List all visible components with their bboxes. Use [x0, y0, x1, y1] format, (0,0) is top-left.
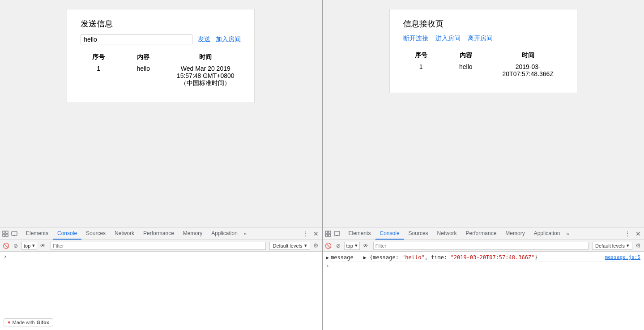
left-devtools-toolbar: 🚫 ⊘ top ▾ 👁 Default levels ▾ ⚙ — [0, 240, 322, 252]
right-cell-time: 2019-03-20T07:57:48.366Z — [493, 61, 563, 79]
right-tab-console[interactable]: Console — [375, 227, 404, 240]
left-levels-select[interactable]: Default levels ▾ — [269, 242, 310, 250]
right-levels-arrow: ▾ — [627, 243, 629, 249]
left-join-button[interactable]: 加入房间 — [216, 35, 241, 43]
right-log-content: {message: "hello", time: "2019-03-20T07:… — [370, 254, 538, 261]
right-inspect-icon[interactable] — [324, 230, 332, 237]
right-eye-icon[interactable]: 👁 — [362, 242, 370, 250]
right-table-row: 1 hello 2019-03-20T07:57:48.366Z — [403, 61, 563, 79]
right-context-select[interactable]: top ▾ — [344, 242, 360, 250]
left-devtools-panel: Elements Console Sources Network Perform… — [0, 227, 322, 330]
left-tab-console[interactable]: Console — [53, 227, 81, 240]
right-levels-label: Default levels — [595, 243, 625, 249]
right-log-caret[interactable]: ▶ — [326, 255, 329, 261]
right-devtools-toolbar: 🚫 ⊘ top ▾ 👁 Default levels ▾ ⚙ — [323, 240, 644, 252]
left-devtools-left-icons — [2, 230, 18, 237]
right-console-log-row: ▶ message ▶ {message: "hello", time: "20… — [326, 253, 641, 262]
right-devtools-actions: ⋮ ✕ — [623, 230, 642, 238]
left-eye-icon[interactable]: 👁 — [39, 242, 47, 250]
left-context-arrow: ▾ — [32, 243, 35, 249]
right-devtools-left-icons — [324, 230, 341, 237]
right-toolbar-clear-icon[interactable]: 🚫 — [324, 242, 333, 250]
left-cell-seq: 1 — [81, 63, 116, 89]
left-levels-arrow: ▾ — [304, 243, 307, 249]
right-col-seq-header: 序号 — [403, 50, 439, 61]
right-cell-seq: 1 — [403, 61, 439, 79]
left-page-title: 发送信息 — [81, 18, 241, 29]
right-devtools-close-icon[interactable]: ✕ — [634, 230, 642, 238]
right-log-prefix: message — [331, 254, 360, 261]
left-gear-icon[interactable]: ⚙ — [312, 242, 320, 250]
right-levels-select[interactable]: Default levels ▾ — [592, 242, 632, 250]
right-leave-button[interactable]: 离开房间 — [468, 34, 493, 43]
left-message-input[interactable] — [81, 34, 192, 44]
svg-rect-0 — [3, 231, 5, 233]
right-tab-memory[interactable]: Memory — [501, 227, 529, 240]
svg-rect-6 — [325, 231, 328, 233]
right-page-title: 信息接收页 — [403, 18, 563, 29]
right-cell-content: hello — [439, 61, 493, 79]
svg-rect-8 — [325, 234, 328, 236]
right-console-prompt[interactable]: › — [326, 262, 641, 270]
right-console-body: ▶ message ▶ {message: "hello", time: "20… — [323, 252, 644, 330]
right-data-table: 序号 内容 时间 1 hello 2019-03-20T07:57:48.366… — [403, 50, 563, 79]
left-devtools-menu-icon[interactable]: ⋮ — [301, 230, 309, 238]
left-tab-network[interactable]: Network — [110, 227, 139, 240]
left-toolbar-block-icon[interactable]: ⊘ — [12, 242, 20, 250]
svg-rect-7 — [328, 231, 331, 233]
svg-rect-4 — [12, 231, 17, 236]
left-input-row: 发送 加入房间 — [81, 34, 241, 44]
gifox-label: Made with — [13, 320, 35, 325]
right-log-file-link[interactable]: message.js:5 — [605, 254, 640, 260]
left-filter-input[interactable] — [51, 242, 266, 250]
left-context-select[interactable]: top ▾ — [21, 242, 37, 250]
left-tab-performance[interactable]: Performance — [139, 227, 179, 240]
gifox-brand: Gifox — [37, 320, 49, 325]
left-col-content-header: 内容 — [116, 51, 170, 63]
right-devtools-panel: Elements Console Sources Network Perform… — [323, 227, 644, 330]
right-col-time-header: 时间 — [493, 50, 563, 61]
right-device-icon[interactable] — [333, 230, 341, 237]
left-page-content: 发送信息 发送 加入房间 序号 内容 时间 1 — [0, 0, 322, 227]
right-tab-application[interactable]: Application — [529, 227, 565, 240]
right-disconnect-button[interactable]: 断开连接 — [403, 34, 428, 43]
left-levels-label: Default levels — [273, 243, 302, 249]
left-inspect-icon[interactable] — [2, 230, 9, 237]
left-toolbar-clear-icon[interactable]: 🚫 — [2, 242, 10, 250]
right-col-content-header: 内容 — [439, 50, 493, 61]
svg-rect-9 — [328, 234, 331, 236]
right-gear-icon[interactable]: ⚙ — [634, 242, 642, 250]
right-context-label: top — [346, 243, 353, 249]
right-devtools-menu-icon[interactable]: ⋮ — [623, 230, 631, 238]
left-device-icon[interactable] — [11, 230, 18, 237]
right-enter-button[interactable]: 进入房间 — [435, 34, 461, 43]
right-page-content: 信息接收页 断开连接 进入房间 离开房间 序号 内容 时间 — [323, 0, 644, 227]
right-tab-elements[interactable]: Elements — [344, 227, 375, 240]
right-tab-sources[interactable]: Sources — [404, 227, 433, 240]
left-context-label: top — [24, 243, 30, 249]
left-tab-elements[interactable]: Elements — [21, 227, 53, 240]
left-tab-memory[interactable]: Memory — [179, 227, 207, 240]
left-tab-more[interactable]: » — [244, 231, 247, 236]
left-devtools-close-icon[interactable]: ✕ — [312, 230, 320, 238]
right-toolbar-block-icon[interactable]: ⊘ — [334, 242, 342, 250]
left-devtools-tabs: Elements Console Sources Network Perform… — [0, 227, 322, 240]
left-app-box: 发送信息 发送 加入房间 序号 内容 时间 1 — [67, 9, 255, 103]
svg-rect-1 — [6, 231, 8, 233]
left-tab-application[interactable]: Application — [207, 227, 242, 240]
left-send-button[interactable]: 发送 — [198, 35, 210, 43]
right-log-text: message ▶ {message: "hello", time: "2019… — [331, 254, 603, 261]
left-devtools-actions: ⋮ ✕ — [301, 230, 320, 238]
right-tab-performance[interactable]: Performance — [461, 227, 501, 240]
right-btn-group: 断开连接 进入房间 离开房间 — [403, 34, 563, 43]
right-app-box: 信息接收页 断开连接 进入房间 离开房间 序号 内容 时间 — [389, 9, 577, 93]
right-tab-network[interactable]: Network — [433, 227, 461, 240]
left-col-seq-header: 序号 — [81, 51, 116, 63]
right-tab-more[interactable]: » — [566, 231, 569, 236]
left-tab-sources[interactable]: Sources — [81, 227, 110, 240]
left-console-caret[interactable]: › — [4, 253, 7, 260]
right-log-arrow[interactable]: ▶ — [363, 254, 366, 261]
left-table-row: 1 hello Wed Mar 20 2019 15:57:48 GMT+080… — [81, 63, 241, 89]
right-filter-input[interactable] — [373, 242, 589, 250]
gifox-badge: ♥ Made with Gifox — [4, 318, 53, 326]
